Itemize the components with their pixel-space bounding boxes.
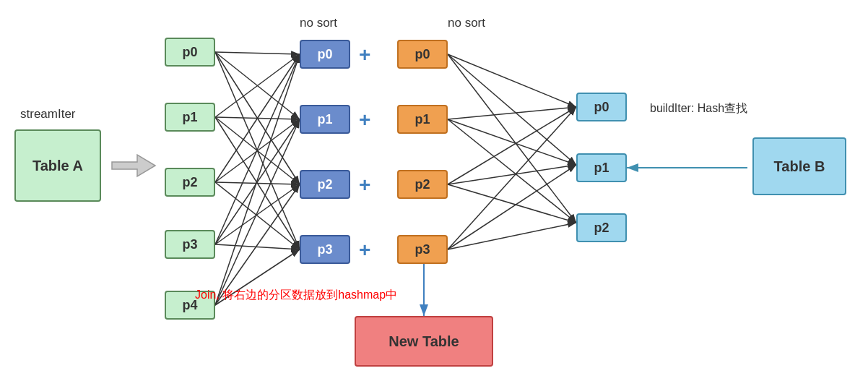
svg-line-29 xyxy=(448,119,576,223)
green-p0: p0 xyxy=(165,38,215,67)
svg-line-21 xyxy=(215,119,300,305)
plus-3: + xyxy=(359,239,370,262)
svg-line-17 xyxy=(215,119,300,244)
svg-line-33 xyxy=(448,107,576,249)
svg-line-15 xyxy=(215,182,300,249)
green-p1: p1 xyxy=(165,103,215,132)
green-p2: p2 xyxy=(165,168,215,197)
cyan-p1: p1 xyxy=(576,153,627,182)
svg-line-12 xyxy=(215,54,300,182)
svg-line-20 xyxy=(215,54,300,305)
orange-p2: p2 xyxy=(397,170,448,199)
blue-p0: p0 xyxy=(300,40,350,69)
stream-iter-text: streamIter xyxy=(20,107,76,121)
build-iter-label: buildIter: Hash查找 xyxy=(650,101,747,116)
green-p3: p3 xyxy=(165,230,215,259)
new-table: New Table xyxy=(355,316,493,367)
svg-line-5 xyxy=(215,52,300,119)
diagram: Table A p0 p1 p2 p3 p4 no sort p0 p1 p2 … xyxy=(0,0,868,376)
table-a: Table A xyxy=(14,129,101,202)
svg-line-6 xyxy=(215,52,300,184)
svg-line-18 xyxy=(215,184,300,244)
cyan-p0: p0 xyxy=(576,93,627,121)
svg-line-4 xyxy=(215,52,300,54)
svg-line-32 xyxy=(448,184,576,223)
svg-line-7 xyxy=(215,52,300,249)
plus-1: + xyxy=(359,108,370,132)
svg-marker-3 xyxy=(112,155,155,176)
cyan-p2: p2 xyxy=(576,213,627,242)
svg-line-9 xyxy=(215,117,300,119)
svg-line-35 xyxy=(448,223,576,249)
join-label: Join, 将右边的分区数据放到hashmap中 xyxy=(195,288,397,303)
svg-line-13 xyxy=(215,119,300,182)
svg-line-16 xyxy=(215,54,300,244)
svg-line-30 xyxy=(448,107,576,184)
svg-line-10 xyxy=(215,117,300,184)
svg-line-28 xyxy=(448,119,576,165)
svg-line-31 xyxy=(448,165,576,184)
svg-line-22 xyxy=(215,184,300,305)
orange-p1: p1 xyxy=(397,105,448,134)
plus-0: + xyxy=(359,43,370,67)
svg-line-24 xyxy=(448,54,576,107)
svg-line-34 xyxy=(448,165,576,249)
blue-p3: p3 xyxy=(300,235,350,264)
svg-line-19 xyxy=(215,244,300,249)
svg-line-8 xyxy=(215,54,300,117)
svg-line-27 xyxy=(448,107,576,119)
blue-p2: p2 xyxy=(300,170,350,199)
no-sort-label-left: no sort xyxy=(300,16,337,30)
svg-line-25 xyxy=(448,54,576,165)
blue-p1: p1 xyxy=(300,105,350,134)
table-b: Table B xyxy=(752,137,846,195)
svg-line-11 xyxy=(215,117,300,249)
orange-p3: p3 xyxy=(397,235,448,264)
svg-line-14 xyxy=(215,182,300,184)
svg-line-26 xyxy=(448,54,576,223)
plus-2: + xyxy=(359,174,370,197)
no-sort-label-right: no sort xyxy=(448,16,485,30)
orange-p0: p0 xyxy=(397,40,448,69)
